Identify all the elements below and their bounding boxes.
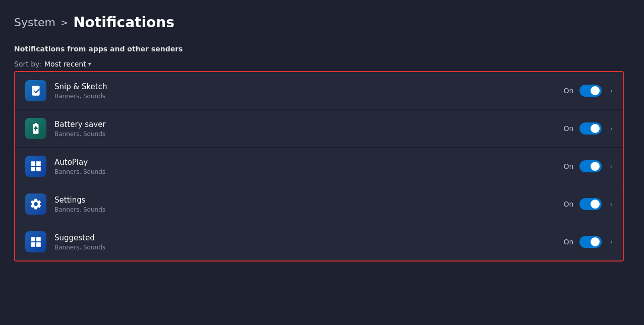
autoplay-name: AutoPlay (54, 158, 563, 167)
battery-saver-icon (25, 118, 46, 139)
suggested-sub: Banners, Sounds (54, 244, 563, 251)
app-row-autoplay[interactable]: AutoPlay Banners, Sounds On › (15, 148, 623, 185)
snip-sketch-info: Snip & Sketch Banners, Sounds (54, 82, 563, 100)
breadcrumb-current: Notifications (73, 14, 174, 31)
battery-saver-chevron-icon: › (610, 124, 613, 133)
battery-saver-toggle-knob (591, 124, 600, 133)
autoplay-controls: On › (563, 160, 613, 172)
settings-toggle-knob (591, 200, 600, 209)
battery-saver-info: Battery saver Banners, Sounds (54, 120, 563, 138)
settings-toggle[interactable] (579, 198, 602, 210)
suggested-toggle[interactable] (579, 236, 602, 248)
sort-label: Sort by: (14, 60, 41, 68)
snip-sketch-sub: Banners, Sounds (54, 93, 563, 100)
suggested-toggle-knob (591, 237, 600, 246)
autoplay-chevron-icon: › (610, 162, 613, 170)
snip-sketch-status: On (563, 87, 573, 95)
settings-info: Settings Banners, Sounds (54, 196, 563, 213)
suggested-controls: On › (563, 236, 613, 248)
autoplay-icon (25, 156, 46, 177)
suggested-icon (25, 231, 46, 252)
breadcrumb-separator: > (61, 17, 68, 28)
settings-status: On (563, 200, 573, 208)
battery-saver-name: Battery saver (54, 120, 563, 129)
sort-value: Most recent (44, 60, 86, 68)
app-row-battery-saver[interactable]: Battery saver Banners, Sounds On › (15, 110, 623, 148)
battery-saver-toggle[interactable] (579, 122, 602, 135)
settings-icon (25, 193, 46, 215)
breadcrumb-system[interactable]: System (14, 16, 55, 29)
suggested-chevron-icon: › (610, 238, 613, 246)
settings-sub: Banners, Sounds (54, 206, 563, 213)
autoplay-toggle[interactable] (579, 160, 602, 172)
sort-dropdown[interactable]: Most recent ▾ (44, 60, 91, 68)
settings-chevron-icon: › (610, 200, 613, 208)
autoplay-info: AutoPlay Banners, Sounds (54, 158, 563, 175)
autoplay-toggle-knob (591, 162, 600, 171)
snip-sketch-chevron-icon: › (610, 87, 613, 95)
app-row-snip-sketch[interactable]: Snip & Sketch Banners, Sounds On › (15, 72, 623, 110)
snip-sketch-toggle[interactable] (579, 85, 602, 97)
sort-chevron-icon: ▾ (88, 60, 91, 68)
breadcrumb: System > Notifications (14, 14, 624, 31)
suggested-info: Suggested Banners, Sounds (54, 233, 563, 251)
app-row-suggested[interactable]: Suggested Banners, Sounds On › (15, 223, 623, 261)
battery-saver-controls: On › (563, 122, 613, 135)
apps-list: Snip & Sketch Banners, Sounds On › Batte… (14, 71, 624, 262)
app-row-settings[interactable]: Settings Banners, Sounds On › (15, 185, 623, 223)
sort-row: Sort by: Most recent ▾ (14, 60, 624, 68)
battery-saver-status: On (563, 124, 573, 133)
snip-sketch-name: Snip & Sketch (54, 82, 563, 91)
autoplay-status: On (563, 162, 573, 170)
settings-page: System > Notifications Notifications fro… (0, 0, 644, 276)
battery-saver-sub: Banners, Sounds (54, 131, 563, 138)
settings-controls: On › (563, 198, 613, 210)
snip-sketch-controls: On › (563, 85, 613, 97)
autoplay-sub: Banners, Sounds (54, 168, 563, 175)
snip-sketch-toggle-knob (591, 86, 600, 95)
section-title: Notifications from apps and other sender… (14, 45, 624, 53)
settings-app-name: Settings (54, 196, 563, 205)
suggested-status: On (563, 238, 573, 246)
suggested-name: Suggested (54, 233, 563, 242)
snip-sketch-icon (25, 80, 46, 101)
